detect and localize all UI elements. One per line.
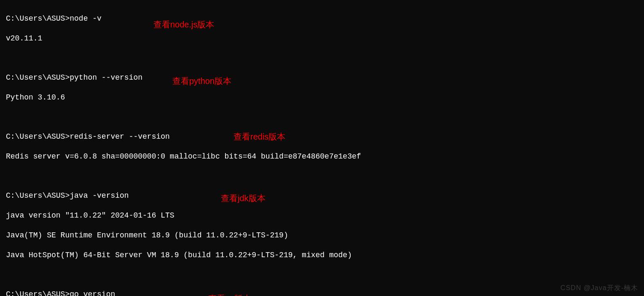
prompt: C:\Users\ASUS> [6,290,70,296]
output-java-3: Java HotSpot(TM) 64-Bit Server VM 18.9 (… [6,250,638,260]
prompt: C:\Users\ASUS> [6,14,70,23]
annotation-java: 查看jdk版本 [221,193,266,204]
blank-line [6,54,638,63]
annotation-redis: 查看redis版本 [233,131,285,142]
terminal-line: C:\Users\ASUS>go version查看go版本 [6,290,638,296]
watermark: CSDN @Java开发-楠木 [561,284,638,293]
annotation-python: 查看python版本 [172,75,231,86]
blank-line [6,270,638,280]
terminal-line: C:\Users\ASUS>redis-server --version查看re… [6,132,638,142]
annotation-go: 查看go版本 [208,293,251,296]
blank-line [6,113,638,122]
terminal-line: C:\Users\ASUS>java -version查看jdk版本 [6,191,638,201]
prompt: C:\Users\ASUS> [6,191,70,200]
prompt: C:\Users\ASUS> [6,132,70,141]
prompt: C:\Users\ASUS> [6,73,70,82]
output-node: v20.11.1 [6,34,638,43]
command-redis: redis-server --version [70,132,170,141]
output-java-2: Java(TM) SE Runtime Environment 18.9 (bu… [6,231,638,240]
terminal-window[interactable]: C:\Users\ASUS>node -v查看node.js版本 v20.11.… [0,0,644,296]
terminal-line: C:\Users\ASUS>node -v查看node.js版本 [6,14,638,24]
command-node: node -v [70,14,102,23]
output-java-1: java version "11.0.22" 2024-01-16 LTS [6,211,638,221]
command-go: go version [70,290,115,296]
blank-line [6,172,638,181]
output-python: Python 3.10.6 [6,93,638,102]
command-java: java -version [70,191,129,200]
command-python: python --version [70,73,142,82]
annotation-node: 查看node.js版本 [153,19,215,30]
output-redis: Redis server v=6.0.8 sha=00000000:0 mall… [6,152,638,161]
terminal-line: C:\Users\ASUS>python --version查看python版本 [6,73,638,83]
